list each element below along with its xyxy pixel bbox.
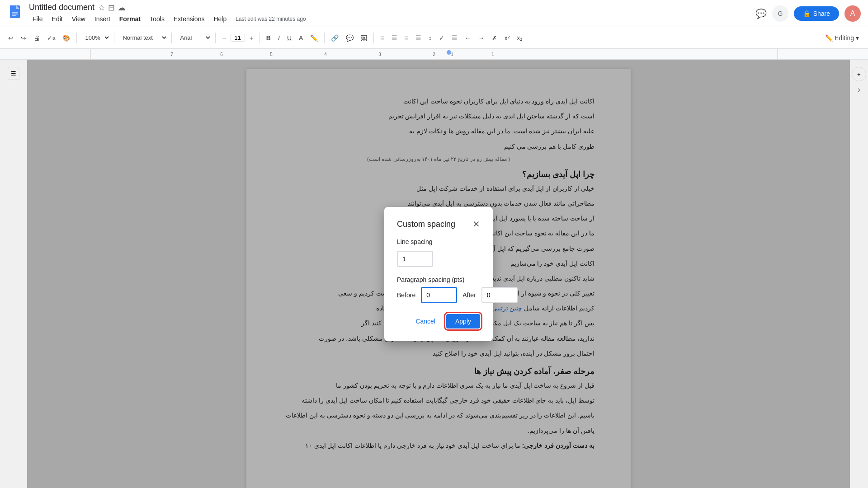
superscript-btn[interactable]: x² bbox=[502, 33, 513, 43]
docs-logo-icon bbox=[7, 5, 25, 23]
text-color-btn[interactable]: A bbox=[296, 33, 306, 43]
zoom-select[interactable]: 100% 75% 125% bbox=[80, 32, 110, 43]
top-bar: Untitled document ☆ ⊟ ☁ File Edit View I… bbox=[0, 0, 868, 27]
font-size-decrease-btn[interactable]: − bbox=[219, 33, 228, 43]
pencil-icon: ✏️ bbox=[825, 34, 833, 42]
before-label: Before bbox=[397, 291, 415, 299]
menu-edit[interactable]: Edit bbox=[48, 14, 66, 24]
menu-bar: File Edit View Insert Format Tools Exten… bbox=[29, 14, 755, 24]
doc-action-icons: ☆ ⊟ ☁ bbox=[98, 3, 126, 13]
menu-view[interactable]: View bbox=[68, 14, 89, 24]
share-button[interactable]: 🔒 Share bbox=[794, 6, 839, 21]
svg-rect-3 bbox=[12, 12, 18, 13]
line-spacing-section: Line spacing bbox=[397, 238, 480, 267]
dialog-buttons: Cancel Apply bbox=[397, 314, 480, 328]
divider-4 bbox=[215, 33, 216, 43]
link-btn[interactable]: 🔗 bbox=[328, 33, 341, 43]
paint-format-btn[interactable]: 🎨 bbox=[60, 33, 73, 43]
svg-point-18 bbox=[447, 50, 451, 55]
add-btn[interactable]: + bbox=[852, 67, 866, 81]
outline-toggle-btn[interactable]: ☰ bbox=[8, 67, 19, 80]
share-label: Share bbox=[813, 10, 830, 17]
paragraph-spacing-row: Before After bbox=[397, 287, 480, 303]
line-spacing-label: Line spacing bbox=[397, 238, 480, 245]
dialog-close-btn[interactable]: ✕ bbox=[472, 220, 480, 229]
redo-btn[interactable]: ↪ bbox=[18, 33, 29, 43]
menu-tools[interactable]: Tools bbox=[146, 14, 168, 24]
line-spacing-btn[interactable]: ↕ bbox=[426, 33, 434, 43]
sidebar-right: + › bbox=[850, 60, 868, 488]
menu-extensions[interactable]: Extensions bbox=[170, 14, 208, 24]
star-icon[interactable]: ☆ bbox=[98, 3, 105, 13]
bookmark-icon[interactable]: ⊟ bbox=[108, 3, 115, 13]
apply-button[interactable]: Apply bbox=[446, 314, 480, 328]
spell-check-btn[interactable]: ✓a bbox=[44, 33, 58, 43]
sidebar-left: ☰ bbox=[0, 60, 27, 488]
paragraph-spacing-label: Paragraph spacing (pts) bbox=[397, 276, 480, 283]
menu-insert[interactable]: Insert bbox=[91, 14, 114, 24]
subscript-btn[interactable]: x₂ bbox=[514, 33, 525, 43]
indent-decrease-btn[interactable]: ← bbox=[462, 33, 474, 43]
dialog-overlay: Custom spacing ✕ Line spacing Paragraph … bbox=[27, 60, 850, 488]
align-right-btn[interactable]: ≡ bbox=[402, 33, 411, 43]
google-account-btn[interactable]: G bbox=[772, 5, 788, 22]
font-select[interactable]: Arial Times New Roman bbox=[175, 32, 212, 43]
bold-btn[interactable]: B bbox=[264, 33, 274, 43]
align-center-btn[interactable]: ☰ bbox=[389, 33, 400, 43]
italic-btn[interactable]: I bbox=[275, 33, 283, 43]
clear-formatting-btn[interactable]: ✗ bbox=[489, 33, 500, 43]
svg-text:6: 6 bbox=[220, 52, 223, 57]
svg-text:7: 7 bbox=[170, 52, 173, 57]
comment-icon-btn[interactable]: 💬 bbox=[755, 8, 767, 19]
svg-text:4: 4 bbox=[324, 52, 327, 57]
svg-text:1: 1 bbox=[491, 52, 494, 57]
menu-format[interactable]: Format bbox=[116, 14, 144, 24]
menu-help[interactable]: Help bbox=[210, 14, 230, 24]
editing-mode-btn[interactable]: ✏️ Editing ▾ bbox=[821, 33, 863, 43]
share-icon: 🔒 bbox=[803, 10, 811, 17]
top-right: 💬 G 🔒 Share A bbox=[755, 5, 861, 22]
doc-title[interactable]: Untitled document bbox=[29, 3, 94, 12]
font-size-input[interactable] bbox=[231, 34, 245, 42]
cloud-icon[interactable]: ☁ bbox=[118, 3, 126, 13]
svg-rect-1 bbox=[10, 5, 16, 12]
toolbar: ↩ ↪ 🖨 ✓a 🎨 100% 75% 125% Normal text Hea… bbox=[0, 27, 868, 49]
comment-btn[interactable]: 💬 bbox=[343, 33, 356, 43]
undo-btn[interactable]: ↩ bbox=[5, 33, 16, 43]
menu-file[interactable]: File bbox=[29, 14, 47, 24]
chevron-down-icon: ▾ bbox=[856, 34, 859, 42]
style-select[interactable]: Normal text Heading 1 Heading 2 bbox=[118, 32, 168, 43]
before-input[interactable] bbox=[421, 287, 457, 303]
align-left-btn[interactable]: ≡ bbox=[377, 33, 387, 43]
divider-5 bbox=[259, 33, 260, 43]
align-justify-btn[interactable]: ☰ bbox=[413, 33, 424, 43]
divider-2 bbox=[114, 33, 114, 43]
underline-btn[interactable]: U bbox=[284, 33, 294, 43]
document-area[interactable]: اکانت اپل ایدی راه ورود به دنیای اپل برا… bbox=[27, 60, 850, 488]
last-edit-text: Last edit was 22 minutes ago bbox=[236, 16, 306, 22]
ruler: 7 6 5 4 3 2 1 1 bbox=[0, 49, 868, 60]
indent-increase-btn[interactable]: → bbox=[476, 33, 487, 43]
after-input[interactable] bbox=[481, 287, 518, 303]
dialog-title: Custom spacing bbox=[397, 220, 455, 229]
plus-icon: + bbox=[857, 71, 861, 78]
svg-text:5: 5 bbox=[270, 52, 273, 57]
line-spacing-input[interactable] bbox=[397, 251, 433, 267]
list-btn[interactable]: ☰ bbox=[449, 33, 460, 43]
editing-label: Editing bbox=[835, 34, 854, 42]
svg-rect-4 bbox=[12, 14, 18, 14]
print-btn[interactable]: 🖨 bbox=[31, 33, 42, 43]
font-size-increase-btn[interactable]: + bbox=[247, 33, 256, 43]
image-btn[interactable]: 🖼 bbox=[358, 33, 370, 43]
custom-spacing-dialog: Custom spacing ✕ Line spacing Paragraph … bbox=[384, 207, 493, 341]
divider-1 bbox=[76, 33, 77, 43]
svg-text:2: 2 bbox=[433, 52, 435, 57]
main-area: ☰ اکانت اپل ایدی راه ورود به دنیای اپل ب… bbox=[0, 60, 868, 488]
cancel-button[interactable]: Cancel bbox=[408, 314, 443, 328]
checklist-btn[interactable]: ✓ bbox=[436, 33, 447, 43]
user-avatar[interactable]: A bbox=[844, 5, 861, 22]
dialog-header: Custom spacing ✕ bbox=[397, 220, 480, 229]
collapse-btn[interactable]: › bbox=[858, 85, 860, 94]
highlight-btn[interactable]: ✏️ bbox=[307, 33, 321, 43]
divider-7 bbox=[373, 33, 374, 43]
